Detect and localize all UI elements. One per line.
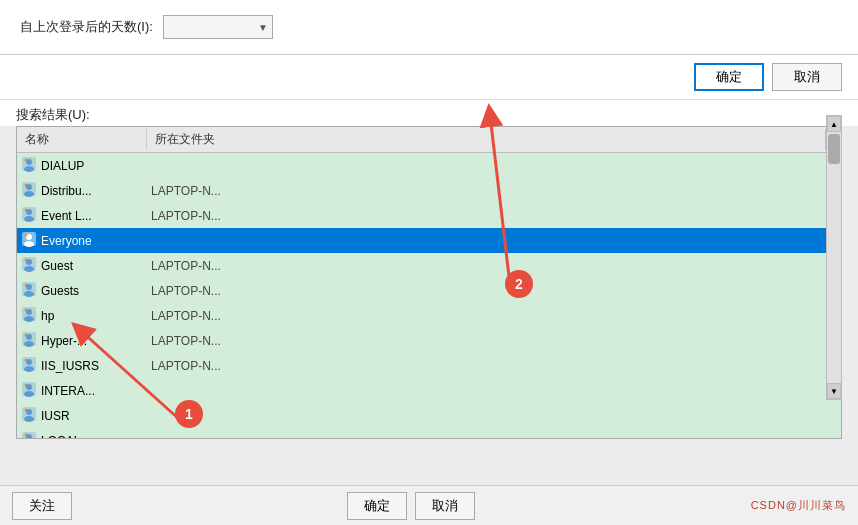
svg-point-34 (24, 366, 34, 372)
table-row[interactable]: GuestLAPTOP-N... (17, 253, 841, 278)
user-icon (21, 181, 37, 200)
confirm-top-button[interactable]: 确定 (694, 63, 764, 91)
col-folder-cell (147, 415, 841, 417)
svg-point-3 (25, 159, 28, 162)
table-row[interactable]: Hyper-...LAPTOP-N... (17, 328, 841, 353)
name-text: IIS_IUSRS (41, 359, 99, 373)
svg-point-43 (25, 409, 28, 412)
confirm-bottom-button[interactable]: 确定 (347, 492, 407, 520)
name-text: Guest (41, 259, 73, 273)
col-name-cell: IIS_IUSRS (17, 355, 147, 376)
col-folder-cell: LAPTOP-N... (147, 258, 841, 274)
svg-point-14 (24, 241, 34, 247)
svg-point-6 (24, 191, 34, 197)
table-row[interactable]: LOCAL ... (17, 428, 841, 438)
name-text: hp (41, 309, 54, 323)
col-folder-header: 所在文件夹 (147, 129, 825, 150)
col-folder-cell: LAPTOP-N... (147, 358, 841, 374)
user-icon (21, 281, 37, 300)
results-header: 名称 所在文件夹 ▲ (17, 127, 841, 153)
svg-point-10 (24, 216, 34, 222)
col-folder-cell (147, 165, 841, 167)
table-row[interactable]: hpLAPTOP-N... (17, 303, 841, 328)
action-buttons-row: 确定 取消 (0, 55, 858, 100)
col-folder-cell: LAPTOP-N... (147, 333, 841, 349)
user-icon (21, 256, 37, 275)
col-folder-cell: LAPTOP-N... (147, 208, 841, 224)
svg-point-18 (24, 266, 34, 272)
name-text: LOCAL ... (41, 434, 93, 439)
user-icon (21, 381, 37, 400)
svg-point-42 (24, 416, 34, 422)
col-folder-cell: LAPTOP-N... (147, 283, 841, 299)
svg-point-23 (25, 284, 28, 287)
table-row[interactable]: INTERA... (17, 378, 841, 403)
col-name-cell: Everyone (17, 230, 147, 251)
results-panel: 名称 所在文件夹 ▲ DIALUP Distribu...LAPTOP-N...… (16, 126, 842, 439)
svg-point-26 (24, 316, 34, 322)
cancel-top-button[interactable]: 取消 (772, 63, 842, 91)
search-results-label: 搜索结果(U): (0, 100, 858, 126)
user-icon (21, 206, 37, 225)
svg-point-27 (25, 309, 28, 312)
user-icon (21, 306, 37, 325)
col-folder-cell (147, 390, 841, 392)
name-text: INTERA... (41, 384, 95, 398)
bottom-bar: 关注 确定 取消 CSDN@川川菜鸟 (0, 485, 858, 525)
table-row[interactable]: Event L...LAPTOP-N... (17, 203, 841, 228)
col-name-cell: Guests (17, 280, 147, 301)
col-folder-cell: LAPTOP-N... (147, 183, 841, 199)
focus-button[interactable]: 关注 (12, 492, 72, 520)
days-section: 自上次登录后的天数(I): ▼ (0, 0, 858, 55)
col-name-cell: DIALUP (17, 155, 147, 176)
col-name-cell: IUSR (17, 405, 147, 426)
user-icon (21, 406, 37, 425)
user-icon (21, 356, 37, 375)
svg-point-47 (25, 434, 28, 437)
user-icon (21, 156, 37, 175)
scroll-up-btn[interactable]: ▲ (827, 116, 841, 132)
svg-point-22 (24, 291, 34, 297)
name-text: Everyone (41, 234, 92, 248)
scroll-thumb[interactable] (828, 134, 840, 164)
user-icon (21, 431, 37, 438)
col-name-cell: Event L... (17, 205, 147, 226)
cancel-bottom-button[interactable]: 取消 (415, 492, 475, 520)
name-text: Hyper-... (41, 334, 87, 348)
scroll-indicator[interactable]: ▲ ▼ (826, 115, 842, 400)
name-text: DIALUP (41, 159, 84, 173)
table-row[interactable]: Everyone (17, 228, 841, 253)
col-name-cell: LOCAL ... (17, 430, 147, 438)
svg-point-35 (25, 359, 28, 362)
svg-point-30 (24, 341, 34, 347)
svg-point-11 (25, 209, 28, 212)
days-label: 自上次登录后的天数(I): (20, 18, 153, 36)
svg-point-39 (25, 384, 28, 387)
dropdown-arrow-icon: ▼ (258, 22, 268, 33)
col-name-header: 名称 (17, 129, 147, 150)
table-row[interactable]: GuestsLAPTOP-N... (17, 278, 841, 303)
col-name-cell: hp (17, 305, 147, 326)
table-row[interactable]: IUSR (17, 403, 841, 428)
svg-point-19 (25, 259, 28, 262)
table-row[interactable]: Distribu...LAPTOP-N... (17, 178, 841, 203)
results-body[interactable]: DIALUP Distribu...LAPTOP-N... Event L...… (17, 153, 841, 438)
name-text: Event L... (41, 209, 92, 223)
svg-point-38 (24, 391, 34, 397)
col-name-cell: Hyper-... (17, 330, 147, 351)
svg-point-15 (25, 234, 28, 237)
table-row[interactable]: DIALUP (17, 153, 841, 178)
watermark: CSDN@川川菜鸟 (751, 498, 846, 513)
col-name-cell: Guest (17, 255, 147, 276)
col-name-cell: INTERA... (17, 380, 147, 401)
svg-point-2 (24, 166, 34, 172)
table-row[interactable]: IIS_IUSRSLAPTOP-N... (17, 353, 841, 378)
name-text: Distribu... (41, 184, 92, 198)
days-dropdown[interactable]: ▼ (163, 15, 273, 39)
name-text: IUSR (41, 409, 70, 423)
col-folder-cell: LAPTOP-N... (147, 308, 841, 324)
user-icon (21, 231, 37, 250)
svg-point-31 (25, 334, 28, 337)
scroll-down-btn[interactable]: ▼ (827, 383, 841, 399)
col-folder-cell (147, 240, 841, 242)
